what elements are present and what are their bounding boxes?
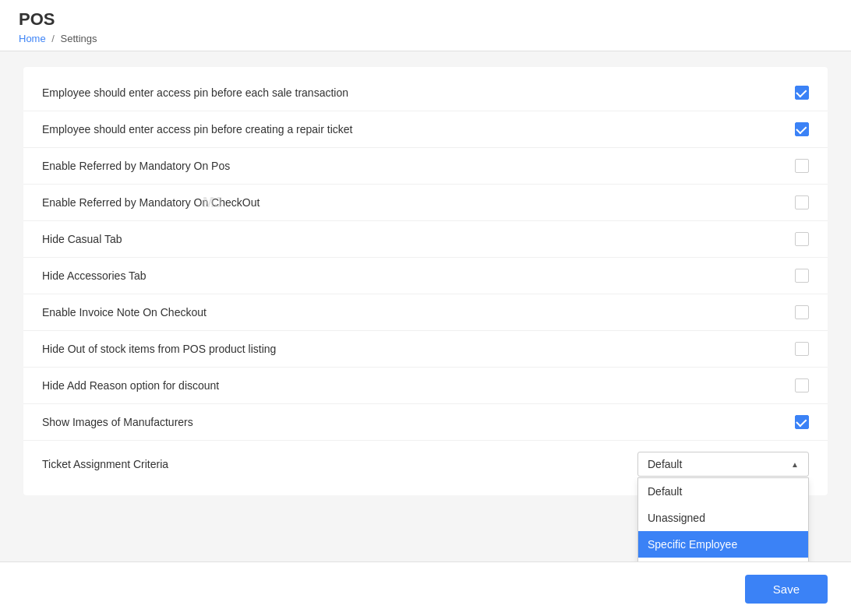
footer-bar: Save [0, 561, 851, 616]
checkbox-referred-mandatory-pos[interactable] [795, 159, 809, 173]
main-wrapper: POS Home / Settings Employee should ente… [0, 0, 851, 616]
dropdown-arrow-icon: ▲ [791, 460, 799, 469]
dropdown-value-ticket-assignment-criteria: Default [648, 458, 682, 470]
scrollable-content: Employee should enter access pin before … [0, 51, 851, 561]
breadcrumb: Home / Settings [19, 33, 832, 44]
setting-control-access-pin-sale [614, 86, 809, 100]
setting-label-referred-mandatory-checkout: Enable Referred by Mandatory On CheckOut [42, 196, 614, 209]
settings-content: Employee should enter access pin before … [0, 51, 851, 526]
settings-card: Employee should enter access pin before … [23, 67, 828, 495]
checkbox-show-images-manufacturers[interactable] [795, 415, 809, 429]
setting-row-hide-out-of-stock: Hide Out of stock items from POS product… [23, 331, 828, 368]
setting-row-access-pin-sale: Employee should enter access pin before … [23, 75, 828, 111]
dropdown-trigger-ticket-assignment-criteria[interactable]: Default▲ [637, 452, 809, 477]
setting-control-ticket-assignment-criteria: Default▲DefaultUnassignedSpecific Employ… [614, 452, 809, 477]
save-button[interactable]: Save [745, 575, 828, 604]
setting-row-referred-mandatory-checkout: Enable Referred by Mandatory On CheckOut… [23, 185, 828, 221]
checkbox-hide-accessories-tab[interactable] [795, 269, 809, 283]
setting-control-hide-add-reason [614, 378, 809, 392]
setting-label-hide-out-of-stock: Hide Out of stock items from POS product… [42, 343, 614, 355]
checkbox-enable-invoice-note[interactable] [795, 305, 809, 319]
setting-control-access-pin-repair [614, 122, 809, 136]
checkbox-hide-casual-tab[interactable] [795, 232, 809, 246]
dropdown-menu-ticket-assignment-criteria: DefaultUnassignedSpecific EmployeeAssign… [637, 477, 809, 561]
setting-row-access-pin-repair: Employee should enter access pin before … [23, 111, 828, 148]
setting-row-hide-accessories-tab: Hide Accessories Tab [23, 258, 828, 294]
checkbox-referred-mandatory-checkout[interactable] [795, 195, 809, 209]
setting-row-ticket-assignment-criteria: Ticket Assignment CriteriaDefault▲Defaul… [23, 441, 828, 488]
setting-row-referred-mandatory-pos: Enable Referred by Mandatory On Pos [23, 148, 828, 185]
checkbox-hide-out-of-stock[interactable] [795, 342, 809, 356]
checkbox-hide-add-reason[interactable] [795, 378, 809, 392]
breadcrumb-home[interactable]: Home [19, 33, 46, 44]
setting-control-show-images-manufacturers [614, 415, 809, 429]
dropdown-item-unassigned[interactable]: Unassigned [638, 505, 808, 531]
setting-row-enable-invoice-note: Enable Invoice Note On Checkout [23, 294, 828, 331]
dropdown-item-assignment-based-on-access-pin[interactable]: Assignment based on access Pin [638, 558, 808, 561]
page-title: POS [19, 9, 832, 30]
setting-label-access-pin-repair: Employee should enter access pin before … [42, 123, 614, 136]
setting-row-hide-casual-tab: Hide Casual Tab [23, 221, 828, 258]
setting-label-hide-accessories-tab: Hide Accessories Tab [42, 269, 614, 282]
setting-control-hide-casual-tab [614, 232, 809, 246]
setting-label-hide-casual-tab: Hide Casual Tab [42, 233, 614, 245]
breadcrumb-separator: / [51, 33, 55, 44]
setting-label-enable-invoice-note: Enable Invoice Note On Checkout [42, 306, 614, 319]
setting-control-referred-mandatory-checkout [614, 195, 809, 209]
setting-label-hide-add-reason: Hide Add Reason option for discount [42, 379, 614, 392]
checkbox-access-pin-repair[interactable] [795, 122, 809, 136]
setting-control-hide-out-of-stock [614, 342, 809, 356]
setting-label-ticket-assignment-criteria: Ticket Assignment Criteria [42, 458, 614, 470]
setting-label-access-pin-sale: Employee should enter access pin before … [42, 86, 614, 99]
setting-row-hide-add-reason: Hide Add Reason option for discount [23, 368, 828, 404]
checkbox-access-pin-sale[interactable] [795, 86, 809, 100]
setting-row-show-images-manufacturers: Show Images of Manufacturers [23, 404, 828, 441]
page-header: POS Home / Settings [0, 0, 851, 51]
setting-control-referred-mandatory-pos [614, 159, 809, 173]
setting-control-enable-invoice-note [614, 305, 809, 319]
breadcrumb-current: Settings [61, 33, 97, 44]
setting-control-hide-accessories-tab [614, 269, 809, 283]
setting-label-show-images-manufacturers: Show Images of Manufacturers [42, 416, 614, 428]
setting-label-referred-mandatory-pos: Enable Referred by Mandatory On Pos [42, 160, 614, 172]
dropdown-item-specific-employee[interactable]: Specific Employee [638, 531, 808, 558]
dropdown-ticket-assignment-criteria[interactable]: Default▲DefaultUnassignedSpecific Employ… [637, 452, 809, 477]
dropdown-item-default[interactable]: Default [638, 478, 808, 505]
